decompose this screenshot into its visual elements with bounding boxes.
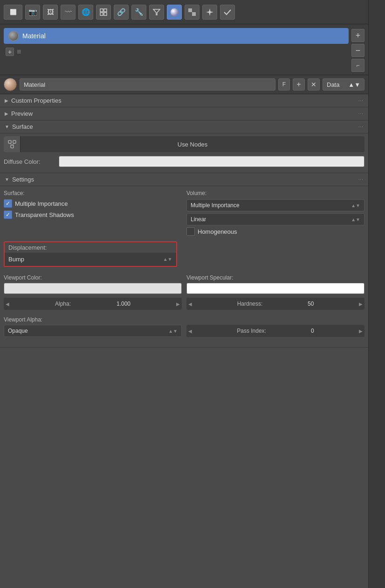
add-material-button[interactable]: + (351, 29, 364, 42)
sparkle-icon[interactable] (202, 5, 217, 20)
camera-icon[interactable]: 📷 (25, 5, 40, 20)
alpha-slider[interactable]: ◀ Alpha: 1.000 ▶ (4, 298, 182, 310)
volume-dropdown-2[interactable]: Linear ▲▼ (186, 213, 364, 225)
material-header: Material + ≡ + − ⌐ (0, 24, 368, 75)
displacement-value: Bump (8, 256, 24, 263)
multiple-importance-row: ✓ Multiple Importance (4, 199, 182, 208)
fake-user-button[interactable]: F (278, 78, 290, 91)
pass-index-right-arrow[interactable]: ▶ (359, 329, 363, 334)
use-nodes-button[interactable]: Use Nodes (4, 136, 364, 152)
alpha-right-arrow[interactable]: ▶ (176, 301, 180, 307)
preview-label: Preview (11, 110, 33, 117)
delete-material-button[interactable]: ✕ (308, 78, 320, 91)
volume-dropdown-1[interactable]: Multiple Importance ▲▼ (186, 199, 364, 211)
volume-dropdown-2-arrow: ▲▼ (351, 217, 360, 222)
settings-section-header[interactable]: ▼ Settings ··· (0, 173, 368, 186)
pass-index-label-text: Pass Index: (237, 328, 266, 334)
homogeneous-row: Homogeneous (186, 227, 364, 236)
viewport-alpha-dropdown[interactable]: Opaque ▲▼ (4, 325, 182, 337)
alpha-label: Alpha: (55, 301, 71, 307)
custom-properties-section[interactable]: ▶ Custom Properties ··· (0, 94, 368, 107)
transparent-shadows-check: ✓ (6, 211, 10, 218)
surface-content: Use Nodes Diffuse Color: (0, 133, 368, 173)
surface-label: Surface (12, 123, 33, 130)
new-material-button[interactable]: + (293, 78, 305, 91)
multiple-importance-check: ✓ (6, 200, 10, 207)
alpha-value: 1.000 (117, 301, 131, 307)
material-ball-icon[interactable] (167, 5, 182, 20)
data-dropdown[interactable]: Data ▲▼ (323, 78, 364, 91)
volume-dropdown-1-label: Multiple Importance (191, 202, 240, 209)
hardness-left-arrow[interactable]: ◀ (188, 301, 192, 307)
preview-arrow: ▶ (5, 111, 8, 116)
diffuse-color-swatch[interactable] (59, 156, 364, 167)
preview-dots: ··· (358, 111, 364, 116)
surface-dots: ··· (358, 124, 364, 129)
svg-rect-12 (11, 145, 14, 148)
hardness-slider[interactable]: ◀ Hardness: 50 ▶ (186, 298, 364, 310)
displacement-section: Displacement: Bump ▲▼ (4, 241, 177, 267)
viewport-alpha-dropdown-label: Opaque (8, 328, 28, 334)
viewport-color-swatch[interactable] (4, 283, 182, 294)
check-icon[interactable] (220, 5, 235, 20)
material-preview-ball[interactable] (4, 78, 17, 91)
wrench-icon[interactable]: 🔧 (131, 5, 146, 20)
transparent-shadows-checkbox[interactable]: ✓ (4, 210, 12, 219)
globe-icon[interactable]: 🌐 (78, 5, 93, 20)
displacement-area: Displacement: Bump ▲▼ (4, 238, 364, 270)
displacement-spacer (181, 238, 354, 270)
link-icon[interactable]: 🔗 (114, 5, 129, 20)
diffuse-color-label: Diffuse Color: (4, 158, 55, 165)
svg-rect-0 (100, 9, 103, 12)
settings-arrow: ▼ (5, 177, 9, 182)
volume-dropdown-2-label: Linear (191, 216, 206, 223)
svg-rect-5 (188, 8, 192, 12)
material-name-input[interactable] (20, 78, 275, 91)
svg-rect-10 (8, 140, 11, 143)
layout-icon[interactable]: ⬜ (4, 5, 22, 20)
right-scrollbar[interactable] (368, 0, 385, 588)
settings-content: Surface: ✓ Multiple Importance ✓ Transpa… (0, 186, 368, 348)
viewport-specular-col: Viewport Specular: (186, 274, 364, 294)
multiple-importance-label: Multiple Importance (15, 200, 68, 207)
material-slot[interactable]: Material (4, 28, 349, 44)
preview-section[interactable]: ▶ Preview ··· (0, 107, 368, 120)
surface-section-header[interactable]: ▼ Surface ··· (0, 120, 368, 133)
settings-columns: Surface: ✓ Multiple Importance ✓ Transpa… (4, 190, 364, 236)
svg-marker-9 (206, 8, 213, 16)
volume-col-label: Volume: (186, 190, 364, 196)
add-slot-button[interactable]: + (6, 48, 14, 56)
svg-rect-1 (104, 9, 107, 12)
settings-button[interactable]: ⌐ (351, 59, 364, 72)
pass-index-slider[interactable]: ◀ Pass Index: 0 ▶ (186, 325, 364, 337)
volume-dropdown-1-arrow: ▲▼ (351, 203, 360, 208)
surface-col-label: Surface: (4, 190, 182, 196)
viewport-alpha-dropdown-arrow: ▲▼ (168, 329, 178, 334)
curve-icon[interactable]: 〰 (61, 5, 76, 20)
homogeneous-checkbox[interactable] (186, 227, 195, 236)
displacement-label: Displacement: (5, 242, 176, 252)
toolbar: ⬜ 📷 🖼 〰 🌐 🔗 🔧 (0, 0, 368, 24)
hardness-right-arrow[interactable]: ▶ (359, 301, 363, 307)
viewport-alpha-label: Viewport Alpha: (4, 316, 182, 323)
multiple-importance-checkbox[interactable]: ✓ (4, 199, 12, 208)
remove-material-button[interactable]: − (351, 44, 364, 57)
use-nodes-icon (4, 136, 21, 152)
material-slot-label: Material (22, 32, 46, 40)
displacement-dropdown[interactable]: Bump ▲▼ (5, 252, 176, 266)
mesh-icon[interactable] (96, 5, 111, 20)
viewport-specular-swatch[interactable] (186, 283, 364, 294)
pass-index-left-arrow[interactable]: ◀ (188, 329, 192, 334)
transparent-shadows-label: Transparent Shadows (15, 211, 74, 218)
viewport-color-label: Viewport Color: (4, 274, 182, 281)
alpha-col: ◀ Alpha: 1.000 ▶ (4, 298, 182, 313)
pass-index-col: ◀ Pass Index: 0 ▶ (186, 316, 364, 340)
material-name-row: F + ✕ Data ▲▼ (0, 75, 368, 94)
filter-icon[interactable] (149, 5, 164, 20)
drag-handle: ≡ (17, 48, 21, 56)
checker-icon[interactable] (185, 5, 199, 20)
alpha-left-arrow[interactable]: ◀ (6, 301, 9, 307)
svg-rect-11 (13, 140, 16, 143)
image-icon[interactable]: 🖼 (43, 5, 58, 20)
transparent-shadows-row: ✓ Transparent Shadows (4, 210, 182, 219)
